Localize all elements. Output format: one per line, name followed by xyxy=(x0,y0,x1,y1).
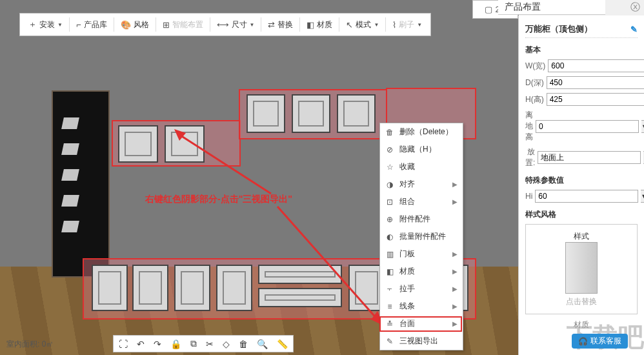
style-tool[interactable]: 🎨风格 xyxy=(116,14,154,36)
chevron-right-icon: ▶ xyxy=(452,303,458,310)
eye-off-icon: ⊘ xyxy=(385,145,394,154)
dimension-tool[interactable]: ⟷尺寸▼ xyxy=(212,14,260,36)
ctx-favorite[interactable]: ☆收藏 xyxy=(380,158,463,176)
tool-fullscreen-icon[interactable]: ⛶ xyxy=(119,339,128,349)
align-icon: ◑ xyxy=(385,180,394,189)
tool-copy-icon[interactable]: ⧉ xyxy=(190,338,197,349)
door-model[interactable] xyxy=(52,90,110,278)
install-tool[interactable]: ＋安装▼ xyxy=(23,14,68,36)
ctx-handle[interactable]: ⫟拉手▶ xyxy=(380,280,463,298)
smart-layout-tool[interactable]: ⊞智能布置 xyxy=(157,14,208,36)
chevron-right-icon: ▶ xyxy=(452,268,458,275)
context-menu: 🗑删除（Delete） ⊘隐藏（H） ☆收藏 ◑对齐▶ ⊡组合▶ ⊕附件配件 ◐… xyxy=(379,123,463,350)
selected-cabinet-upper-mid[interactable] xyxy=(239,89,387,139)
ctx-hide[interactable]: ⊘隐藏（H） xyxy=(380,141,463,158)
ground-input[interactable] xyxy=(536,120,639,133)
annotation-text: 右键红色阴影部分-点击"三视图导出" xyxy=(145,194,292,205)
tool-undo-icon[interactable]: ↶ xyxy=(137,339,145,349)
chevron-right-icon: ▶ xyxy=(452,198,458,205)
hi-input[interactable] xyxy=(535,190,638,203)
support-button[interactable]: 🎧联系客服 xyxy=(572,334,628,349)
ctx-align[interactable]: ◑对齐▶ xyxy=(380,176,463,193)
ctx-group[interactable]: ⊡组合▶ xyxy=(380,193,463,210)
room-area-status: 室内面积: 0㎡ xyxy=(6,339,54,350)
tool-cut-icon[interactable]: ✂ xyxy=(206,339,214,349)
product-lib-tool[interactable]: ⌐产品库 xyxy=(71,14,112,36)
ctx-delete[interactable]: 🗑删除（Delete） xyxy=(380,123,463,141)
tool-redo-icon[interactable]: ↷ xyxy=(154,339,161,349)
depth-input[interactable] xyxy=(547,76,644,89)
tool-eraser-icon[interactable]: ◇ xyxy=(223,339,230,349)
tool-search-icon[interactable]: 🔍 xyxy=(257,339,268,349)
headset-icon: 🎧 xyxy=(578,337,588,346)
ctx-material[interactable]: ◧材质▶ xyxy=(380,263,463,280)
tool-ruler-icon[interactable]: 📏 xyxy=(277,339,288,349)
height-input[interactable] xyxy=(547,93,644,106)
brush-tool[interactable]: ⌇刷子▼ xyxy=(387,14,427,36)
chevron-right-icon: ▶ xyxy=(452,285,458,292)
section-special: 特殊参数值 xyxy=(525,175,638,186)
ctx-batch-accessory[interactable]: ◐批量附件配件 xyxy=(380,228,463,245)
tool-lock-icon[interactable]: 🔒 xyxy=(170,339,181,349)
plus-circle-icon: ◐ xyxy=(385,232,394,241)
material-tool[interactable]: ◧材质 xyxy=(301,14,337,36)
group-icon: ⊡ xyxy=(385,198,394,207)
ctx-door-panel[interactable]: ▥门板▶ xyxy=(380,245,463,263)
chevron-right-icon: ▶ xyxy=(452,320,458,327)
ground-dropdown[interactable]: ▼ xyxy=(641,120,644,133)
ctx-line[interactable]: ≡线条▶ xyxy=(380,298,463,315)
selected-cabinet-upper-left[interactable] xyxy=(112,120,241,167)
properties-panel: 万能柜（顶包侧） ✎ 基本 W(宽)▼ D(深)▼ H(高)▼ 离地高▼ 放置:… xyxy=(518,15,644,355)
floorplan-icon: ▢ xyxy=(485,5,492,14)
trash-icon: 🗑 xyxy=(385,128,394,137)
tool-trash-icon[interactable]: 🗑 xyxy=(239,339,248,349)
ctx-export-three-view[interactable]: ✎三视图导出 xyxy=(380,332,463,350)
countertop-icon: ≛ xyxy=(385,320,394,329)
style-preview xyxy=(565,242,598,294)
mode-tool[interactable]: ↖模式▼ xyxy=(341,14,384,36)
place-input[interactable] xyxy=(538,151,641,164)
hi-dropdown[interactable]: ▼ xyxy=(641,190,644,203)
handle-icon: ⫟ xyxy=(385,285,394,294)
ctx-accessory[interactable]: ⊕附件配件 xyxy=(380,210,463,228)
style-picker[interactable]: 样式 点击替换 xyxy=(525,224,638,314)
width-input[interactable] xyxy=(548,59,644,72)
ctx-countertop[interactable]: ≛台面▶ xyxy=(380,315,463,332)
close-panel-icon[interactable]: ⓧ xyxy=(630,1,640,14)
door-icon: ▥ xyxy=(385,250,394,259)
star-icon: ☆ xyxy=(385,163,394,172)
export-icon: ✎ xyxy=(385,337,394,346)
section-style: 样式风格 xyxy=(525,209,638,220)
edit-icon[interactable]: ✎ xyxy=(630,25,638,34)
line-icon: ≡ xyxy=(385,302,394,311)
product-name: 万能柜（顶包侧） xyxy=(525,23,592,35)
replace-tool[interactable]: ⇄替换 xyxy=(263,14,298,36)
chevron-right-icon: ▶ xyxy=(452,181,458,188)
chevron-right-icon: ▶ xyxy=(452,250,458,258)
plus-circle-icon: ⊕ xyxy=(385,215,394,224)
panel-header: 产品布置 xyxy=(498,0,605,15)
material-icon: ◧ xyxy=(385,267,394,276)
section-basic: 基本 xyxy=(525,45,638,56)
bottom-toolbar: ⛶ ↶ ↷ 🔒 ⧉ ✂ ◇ 🗑 🔍 📏 xyxy=(113,335,294,352)
main-toolbar: ＋安装▼ ⌐产品库 🎨风格 ⊞智能布置 ⟷尺寸▼ ⇄替换 ◧材质 ↖模式▼ ⌇刷… xyxy=(19,13,431,36)
